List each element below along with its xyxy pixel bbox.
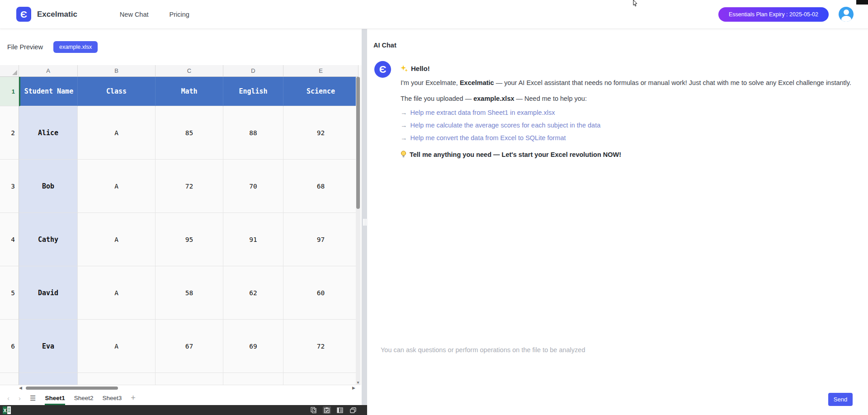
mouse-cursor-icon: [632, 0, 638, 6]
suggestion-extract-data[interactable]: →Help me extract data from Sheet1 in exa…: [401, 106, 856, 119]
send-button[interactable]: Send: [828, 393, 853, 406]
cell-d3[interactable]: 70: [223, 160, 283, 213]
column-header-c[interactable]: C: [156, 65, 223, 77]
brand-mention: Excelmatic: [460, 79, 494, 86]
nav-links: New Chat Pricing: [120, 11, 189, 18]
cell-e2[interactable]: 92: [283, 106, 359, 160]
cell-b7[interactable]: [78, 373, 156, 385]
cell-a7[interactable]: [19, 373, 78, 385]
table-row: [0, 373, 359, 385]
cell-b1[interactable]: Class: [78, 77, 156, 106]
nav-link-pricing[interactable]: Pricing: [170, 11, 189, 18]
cell-c4[interactable]: 95: [156, 213, 223, 266]
cell-d6[interactable]: 69: [223, 320, 283, 373]
cell-e1[interactable]: Science: [283, 77, 359, 106]
tabs-next-icon[interactable]: ›: [19, 394, 21, 402]
cell-e4[interactable]: 97: [283, 213, 359, 266]
row-number[interactable]: 3: [0, 160, 19, 213]
avatar-person-icon: [844, 9, 849, 15]
vertical-scrollbar[interactable]: ▼: [356, 77, 360, 385]
cell-b2[interactable]: A: [78, 106, 156, 160]
cell-a1[interactable]: Student Name: [19, 77, 78, 106]
corner-triangle-icon: [12, 70, 17, 75]
cell-e3[interactable]: 68: [283, 160, 359, 213]
row-number[interactable]: 1: [0, 77, 19, 106]
lightbulb-icon: [401, 151, 406, 158]
cell-c3[interactable]: 72: [156, 160, 223, 213]
row-number[interactable]: [0, 373, 19, 385]
column-header-d[interactable]: D: [223, 65, 283, 77]
cell-a5[interactable]: David: [19, 266, 78, 320]
vertical-scrollbar-thumb[interactable]: [356, 77, 360, 209]
select-all-corner[interactable]: [0, 65, 19, 77]
column-header-row: A B C D E: [0, 65, 359, 77]
tab-sheet2[interactable]: Sheet2: [74, 391, 94, 405]
row-number[interactable]: 5: [0, 266, 19, 320]
list-view-icon[interactable]: [336, 406, 344, 414]
row-number[interactable]: 6: [0, 320, 19, 373]
greeting-heading: Hello!: [401, 65, 856, 72]
chat-input[interactable]: [381, 346, 788, 396]
greeting-text: Hello!: [411, 65, 430, 72]
add-sheet-button[interactable]: +: [131, 393, 136, 403]
copy-refresh-icon[interactable]: [310, 406, 318, 414]
cell-d5[interactable]: 62: [223, 266, 283, 320]
svg-text:X: X: [3, 407, 7, 413]
cell-b5[interactable]: A: [78, 266, 156, 320]
cascade-windows-icon[interactable]: [349, 406, 357, 414]
cell-a6[interactable]: Eva: [19, 320, 78, 373]
suggestion-average-scores[interactable]: →Help me calculate the average scores fo…: [401, 119, 856, 132]
cell-a4[interactable]: Cathy: [19, 213, 78, 266]
cell-a3[interactable]: Bob: [19, 160, 78, 213]
row-number[interactable]: 2: [0, 106, 19, 160]
tab-sheet1[interactable]: Sheet1: [45, 391, 65, 405]
file-tab-example-xlsx[interactable]: example.xlsx: [53, 41, 98, 53]
nav-link-new-chat[interactable]: New Chat: [120, 11, 149, 18]
scroll-right-icon[interactable]: ▶: [352, 386, 355, 390]
scroll-left-icon[interactable]: ◀: [19, 386, 22, 390]
column-header-b[interactable]: B: [78, 65, 156, 77]
tab-sheet3[interactable]: Sheet3: [103, 391, 122, 405]
table-row: 4 Cathy A 95 91 97: [0, 213, 359, 266]
horizontal-scrollbar-thumb[interactable]: [26, 387, 118, 390]
cell-d4[interactable]: 91: [223, 213, 283, 266]
cell-b6[interactable]: A: [78, 320, 156, 373]
intro-paragraph: I'm your Excelmate, Excelmatic — your AI…: [401, 78, 856, 87]
cell-c2[interactable]: 85: [156, 106, 223, 160]
cell-c1[interactable]: Math: [156, 77, 223, 106]
excelmatic-logo-icon[interactable]: Є: [16, 7, 31, 22]
cell-d2[interactable]: 88: [223, 106, 283, 160]
arrow-icon: →: [401, 109, 407, 116]
horizontal-scrollbar[interactable]: ◀ ▶: [0, 385, 362, 391]
cell-c5[interactable]: 58: [156, 266, 223, 320]
cell-c6[interactable]: 67: [156, 320, 223, 373]
plan-expiry-button[interactable]: Essentials Plan Expiry : 2025-05-02: [718, 7, 829, 22]
column-header-e[interactable]: E: [283, 65, 359, 77]
top-navbar: Є Excelmatic New Chat Pricing Essentials…: [0, 0, 868, 29]
cell-e5[interactable]: 60: [283, 266, 359, 320]
cell-d7[interactable]: [223, 373, 283, 385]
cell-e7[interactable]: [283, 373, 359, 385]
cell-e6[interactable]: 72: [283, 320, 359, 373]
tabs-prev-icon[interactable]: ‹: [7, 394, 9, 402]
user-avatar[interactable]: [839, 7, 854, 22]
scroll-down-icon[interactable]: ▼: [356, 381, 360, 385]
table-row: 6 Eva A 67 69 72: [0, 320, 359, 373]
cell-b4[interactable]: A: [78, 213, 156, 266]
suggestion-convert-sqlite[interactable]: →Help me convert the data from Excel to …: [401, 132, 856, 144]
column-header-a[interactable]: A: [19, 65, 78, 77]
sheet-list-icon[interactable]: ☰: [30, 394, 36, 402]
file-preview-header: File Preview example.xlsx: [0, 29, 362, 65]
panel-resize-handle[interactable]: [362, 29, 367, 405]
arrow-icon: →: [401, 134, 407, 141]
clipboard-check-icon[interactable]: [323, 406, 331, 414]
row-number[interactable]: 4: [0, 213, 19, 266]
upload-summary: The file you uploaded — example.xlsx — N…: [401, 95, 856, 102]
cell-b3[interactable]: A: [78, 160, 156, 213]
sheet-tab-bar: ‹ › ☰ Sheet1 Sheet2 Sheet3 +: [0, 391, 362, 405]
cta-line: Tell me anything you need — Let's start …: [401, 151, 856, 158]
cell-c7[interactable]: [156, 373, 223, 385]
cell-d1[interactable]: English: [223, 77, 283, 106]
table-row: 1 Student Name Class Math English Scienc…: [0, 77, 359, 106]
cell-a2[interactable]: Alice: [19, 106, 78, 160]
